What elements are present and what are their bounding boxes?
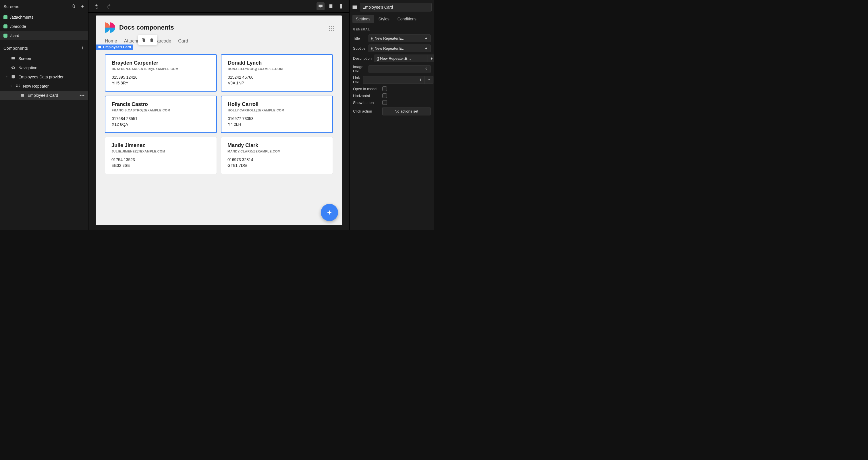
card-email: FRANCIS.CASTRO@EXAMPLE.COM bbox=[112, 108, 210, 112]
mobile-view-icon[interactable] bbox=[337, 2, 345, 10]
add-component-icon[interactable] bbox=[80, 46, 85, 50]
card-phone: 017684 23551 bbox=[112, 116, 210, 122]
card-phone: 01754 13523 bbox=[112, 157, 210, 163]
components-header-label: Components bbox=[3, 46, 28, 51]
add-screen-icon[interactable] bbox=[80, 4, 85, 9]
chevron-down-icon[interactable] bbox=[5, 75, 8, 78]
tree-screen[interactable]: Screen bbox=[0, 54, 88, 63]
tree-label: Navigation bbox=[19, 65, 37, 70]
chevron-down-icon[interactable] bbox=[10, 85, 13, 88]
card-postcode: V9A 1NP bbox=[228, 80, 326, 86]
eye-icon bbox=[11, 65, 16, 70]
screen-item-attachments[interactable]: /attachments bbox=[0, 13, 88, 22]
screens-header: Screens bbox=[0, 0, 88, 13]
employee-card[interactable]: Francis CastroFRANCIS.CASTRO@EXAMPLE.COM… bbox=[105, 96, 217, 133]
card-postcode: YH5 8RY bbox=[112, 80, 210, 86]
duplicate-icon[interactable] bbox=[141, 37, 146, 42]
description-input[interactable] bbox=[374, 55, 427, 62]
canvas[interactable]: Docs components Home Attachment Barcode … bbox=[96, 15, 342, 225]
subtitle-binding-icon[interactable] bbox=[422, 44, 431, 52]
tree-label: Employees Data provider bbox=[19, 75, 63, 79]
screen-label: /card bbox=[10, 33, 19, 38]
card-email: JULIE.JIMENEZ@EXAMPLE.COM bbox=[112, 150, 210, 153]
title-input[interactable] bbox=[369, 34, 422, 42]
screen-dot-icon bbox=[3, 24, 7, 28]
app-logo-icon bbox=[105, 23, 115, 33]
tree-label: New Repeater bbox=[23, 84, 49, 89]
openmodal-checkbox[interactable] bbox=[382, 87, 387, 91]
section-general-label: GENERAL bbox=[352, 26, 432, 33]
linkurl-binding-icon[interactable] bbox=[416, 76, 425, 84]
screen-label: /attachments bbox=[10, 15, 33, 20]
database-icon bbox=[11, 75, 16, 79]
card-name: Brayden Carpenter bbox=[112, 60, 210, 66]
tab-settings[interactable]: Settings bbox=[352, 15, 374, 23]
card-phone: 015242 46760 bbox=[228, 75, 326, 80]
screens-header-label: Screens bbox=[3, 4, 19, 9]
tree-provider[interactable]: Employees Data provider bbox=[0, 72, 88, 81]
tab-conditions[interactable]: Conditions bbox=[394, 15, 420, 23]
nav-home[interactable]: Home bbox=[105, 38, 117, 44]
employee-card[interactable]: Donald LynchDONALD.LYNCH@EXAMPLE.COM0152… bbox=[221, 54, 333, 92]
screen-label: /barcode bbox=[10, 24, 26, 29]
nav-card[interactable]: Card bbox=[178, 38, 188, 44]
canvas-header: Docs components bbox=[96, 15, 342, 38]
imageurl-label: Image URL bbox=[353, 65, 366, 73]
linkurl-input[interactable] bbox=[363, 76, 416, 84]
card-name: Julie Jimenez bbox=[112, 142, 210, 149]
tree-navigation[interactable]: Navigation bbox=[0, 63, 88, 72]
card-postcode: GT81 7DG bbox=[227, 163, 326, 169]
employee-card[interactable]: Holly CarrollHOLLY.CARROLL@EXAMPLE.COM01… bbox=[221, 96, 333, 133]
clickaction-label: Click action bbox=[353, 109, 380, 113]
tree-employees-card[interactable]: Employee's Card ••• bbox=[0, 91, 88, 100]
more-icon[interactable]: ••• bbox=[80, 93, 85, 98]
tree-label: Screen bbox=[19, 56, 31, 61]
card-name: Holly Carroll bbox=[228, 101, 326, 107]
description-label: Description bbox=[353, 56, 372, 61]
employee-card[interactable]: Brayden CarpenterBRAYDEN.CARPENTER@EXAMP… bbox=[105, 54, 217, 92]
imageurl-binding-icon[interactable] bbox=[422, 65, 431, 73]
grip-icon[interactable] bbox=[329, 26, 334, 31]
search-icon[interactable] bbox=[71, 4, 76, 9]
screen-dot-icon bbox=[3, 15, 7, 19]
title-binding-icon[interactable] bbox=[422, 34, 431, 42]
card-postcode: X12 6QA bbox=[112, 122, 210, 128]
screen-item-card[interactable]: /card bbox=[0, 31, 88, 40]
delete-icon[interactable] bbox=[149, 37, 154, 42]
horizontal-checkbox[interactable] bbox=[382, 93, 387, 98]
card-email: BRAYDEN.CARPENTER@EXAMPLE.COM bbox=[112, 67, 210, 71]
component-name-input[interactable] bbox=[360, 3, 432, 11]
tab-styles[interactable]: Styles bbox=[375, 15, 393, 23]
card-email: MANDY.CLARK@EXAMPLE.COM bbox=[227, 150, 326, 153]
card-phone: 016973 32814 bbox=[227, 157, 326, 163]
selection-badge-label: Employee's Card bbox=[103, 45, 131, 49]
screen-dot-icon bbox=[3, 34, 7, 38]
fab-add-button[interactable]: + bbox=[321, 204, 338, 221]
subtitle-label: Subtitle bbox=[353, 46, 366, 51]
redo-icon[interactable] bbox=[105, 2, 113, 10]
card-name: Francis Castro bbox=[112, 101, 210, 107]
right-panel: Settings Styles Conditions GENERAL Title… bbox=[349, 0, 434, 230]
app-title: Docs components bbox=[119, 24, 174, 31]
linkurl-label: Link URL bbox=[353, 75, 361, 84]
card-phone: 015395 12426 bbox=[112, 75, 210, 80]
tree-repeater[interactable]: New Repeater bbox=[0, 81, 88, 91]
showbutton-checkbox[interactable] bbox=[382, 100, 387, 105]
card-postcode: EE32 3SE bbox=[112, 163, 210, 169]
selection-badge: Employee's Card bbox=[96, 44, 133, 50]
repeater-icon bbox=[16, 84, 20, 89]
screen-item-barcode[interactable]: /barcode bbox=[0, 22, 88, 31]
subtitle-input[interactable] bbox=[369, 44, 422, 52]
imageurl-input[interactable] bbox=[369, 65, 422, 73]
undo-icon[interactable] bbox=[92, 2, 100, 10]
employee-card[interactable]: Julie JimenezJULIE.JIMENEZ@EXAMPLE.COM01… bbox=[105, 137, 217, 174]
description-binding-icon[interactable] bbox=[427, 55, 434, 62]
component-type-icon bbox=[352, 4, 358, 10]
desktop-view-icon[interactable] bbox=[316, 2, 324, 10]
clickaction-button[interactable]: No actions set bbox=[382, 107, 431, 116]
employee-card[interactable]: Mandy ClarkMANDY.CLARK@EXAMPLE.COM016973… bbox=[221, 137, 333, 174]
tablet-view-icon[interactable] bbox=[327, 2, 335, 10]
context-toolbar bbox=[138, 35, 157, 45]
linkurl-dropdown-icon[interactable] bbox=[425, 76, 433, 84]
openmodal-label: Open in modal bbox=[353, 87, 380, 91]
